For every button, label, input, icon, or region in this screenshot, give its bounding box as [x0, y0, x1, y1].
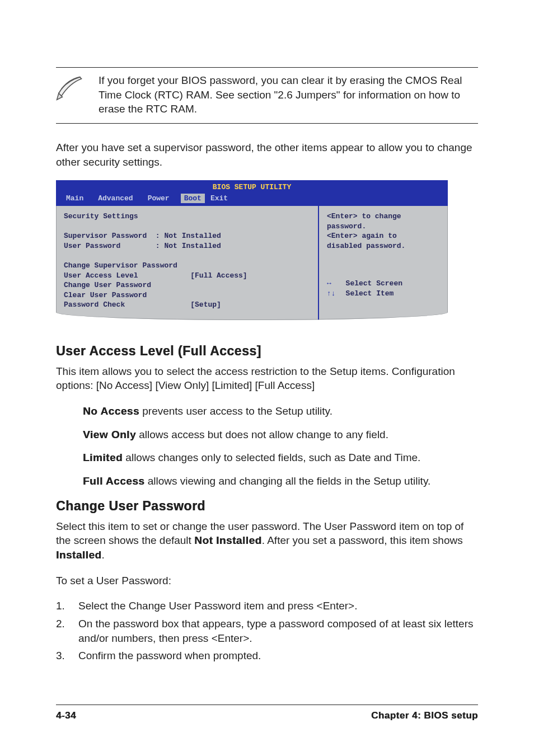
arrow-ud-icon: ↑↓: [327, 289, 336, 299]
note-text: If you forget your BIOS password, you ca…: [99, 73, 478, 116]
bios-tab-exit: Exit: [210, 194, 237, 204]
bios-help-line: <Enter> to change: [327, 212, 440, 222]
intro-paragraph: After you have set a supervisor password…: [56, 140, 478, 169]
bios-help-panel: <Enter> to change password. <Enter> agai…: [319, 206, 448, 320]
section2-p2: To set a User Password:: [56, 574, 478, 588]
bios-tab-advanced: Advanced: [98, 194, 142, 204]
steps-list: 1.Select the Change User Password item a…: [56, 599, 478, 663]
bios-nav-hints: ↔ ↑↓ Select Screen Select Item: [327, 279, 440, 298]
bios-left-panel: Security Settings Supervisor Password : …: [56, 206, 319, 320]
page-number: 4-34: [56, 710, 76, 722]
bios-tab-boot: Boot: [181, 194, 205, 204]
text: .: [102, 549, 105, 561]
definition-term: Limited: [83, 452, 123, 463]
definition-item: No Access prevents user access to the Se…: [83, 404, 478, 419]
inline-bold: Not Installed: [194, 534, 262, 546]
bios-help-line: disabled password.: [327, 241, 440, 251]
section-heading-change-user-password: Change User Password: [56, 497, 478, 515]
definition-term: No Access: [83, 405, 139, 417]
chapter-label: Chapter 4: BIOS setup: [371, 710, 478, 722]
definition-item: Full Access allows viewing and changing …: [83, 474, 478, 489]
definition-term: Full Access: [83, 475, 144, 487]
definition-item: View Only allows access but does not all…: [83, 428, 478, 442]
text: . After you set a password, this item sh…: [262, 534, 463, 546]
definition-text: allows viewing and changing all the fiel…: [144, 475, 430, 487]
arrow-lr-icon: ↔: [327, 279, 336, 289]
page-footer: 4-34 Chapter 4: BIOS setup: [56, 705, 478, 722]
bios-help-line: <Enter> again to: [327, 231, 440, 241]
step-number: 1.: [56, 599, 66, 613]
bios-screenshot: BIOS SETUP UTILITY Main Advanced Power B…: [56, 180, 448, 320]
step-text: Select the Change User Password item and…: [78, 599, 478, 613]
step-item: 3.Confirm the password when prompted.: [56, 649, 478, 663]
section2-p1: Select this item to set or change the us…: [56, 519, 478, 562]
definition-text: prevents user access to the Setup utilit…: [139, 405, 332, 417]
bios-tab-main: Main: [66, 194, 92, 204]
step-text: Confirm the password when prompted.: [78, 649, 478, 663]
definition-item: Limited allows changes only to selected …: [83, 450, 478, 465]
definition-text: allows access but does not allow change …: [136, 429, 388, 440]
definition-text: allows changes only to selected fields, …: [123, 452, 420, 463]
pencil-note-icon: [56, 73, 85, 106]
definition-term: View Only: [83, 429, 136, 440]
note-box: If you forget your BIOS password, you ca…: [56, 67, 478, 124]
bios-nav-label: Select Item: [346, 289, 402, 299]
bios-title: BIOS SETUP UTILITY: [56, 181, 448, 194]
step-number: 2.: [56, 617, 66, 645]
bios-nav-label: Select Screen: [346, 279, 402, 289]
definition-list: No Access prevents user access to the Se…: [56, 404, 478, 489]
step-text: On the password box that appears, type a…: [78, 617, 478, 645]
section-description: This item allows you to select the acces…: [56, 364, 478, 393]
bios-header: BIOS SETUP UTILITY Main Advanced Power B…: [56, 180, 448, 205]
bios-tab-power: Power: [148, 194, 179, 204]
inline-bold: Installed: [56, 549, 102, 561]
step-item: 2.On the password box that appears, type…: [56, 617, 478, 645]
bios-tabs: Main Advanced Power Boot Exit: [56, 194, 448, 205]
step-item: 1.Select the Change User Password item a…: [56, 599, 478, 613]
section-heading-user-access-level: User Access Level (Full Access]: [56, 342, 478, 360]
bios-help-line: password.: [327, 222, 440, 232]
step-number: 3.: [56, 649, 66, 663]
